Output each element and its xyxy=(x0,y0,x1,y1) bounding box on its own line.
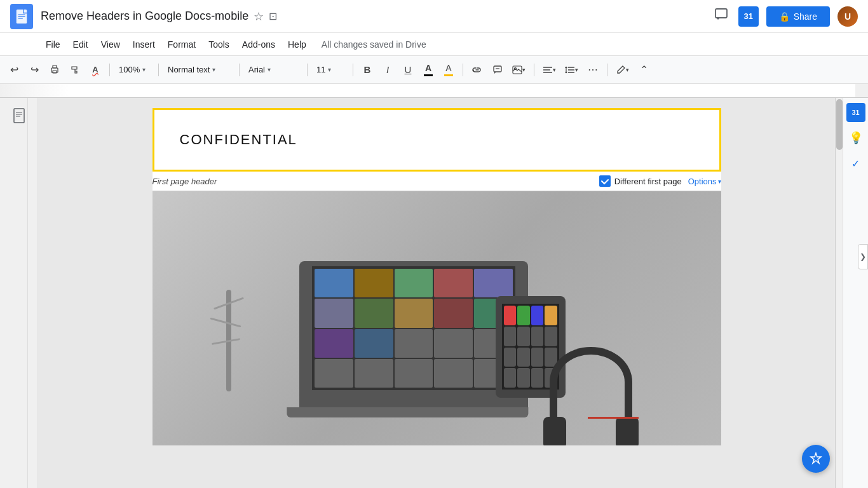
toolbar: ↩ ↪ A 100% ▾ Normal text ▾ Arial ▾ 11 ▾ … xyxy=(0,56,868,84)
link-button[interactable] xyxy=(468,60,486,79)
menu-addons[interactable]: Add-ons xyxy=(237,37,280,52)
options-arrow: ▾ xyxy=(718,178,721,185)
main-area: CONFIDENTIAL First page header Different… xyxy=(0,98,868,488)
toolbar-separator-8 xyxy=(607,64,607,76)
ruler xyxy=(0,84,868,98)
title-bar-right: 31 🔒 Share U xyxy=(712,5,858,28)
header-text[interactable]: CONFIDENTIAL xyxy=(180,132,297,148)
paint-format-button[interactable] xyxy=(66,60,84,79)
print-button[interactable] xyxy=(46,60,64,79)
menu-edit[interactable]: Edit xyxy=(68,37,93,52)
different-first-page-label: Different first page xyxy=(614,177,682,186)
comment-button[interactable] xyxy=(712,5,731,28)
font-size-value: 11 xyxy=(316,65,325,74)
tasks-icon[interactable]: ✓ xyxy=(846,154,865,173)
align-button[interactable]: ▾ xyxy=(539,60,559,79)
doc-icon xyxy=(10,4,33,29)
zoom-arrow: ▾ xyxy=(142,66,146,73)
style-arrow: ▾ xyxy=(212,66,215,73)
text-color-button[interactable]: A xyxy=(419,60,437,79)
calendar-icon[interactable]: 31 xyxy=(738,6,759,27)
share-button[interactable]: 🔒 Share xyxy=(766,6,830,27)
toolbar-separator-4 xyxy=(307,64,308,76)
text-style-select[interactable]: Normal text ▾ xyxy=(164,62,234,77)
zoom-value: 100% xyxy=(119,65,140,74)
zoom-select[interactable]: 100% ▾ xyxy=(115,62,153,77)
scrollbar-thumb[interactable] xyxy=(836,99,843,150)
toolbar-separator-5 xyxy=(353,64,353,76)
doc-image xyxy=(153,191,721,445)
laptop-base xyxy=(287,407,528,417)
svg-rect-7 xyxy=(53,71,57,73)
insert-image-button[interactable]: ▾ xyxy=(509,60,529,79)
toolbar-separator-2 xyxy=(158,64,159,76)
text-style-value: Normal text xyxy=(168,65,210,74)
svg-rect-6 xyxy=(53,65,57,68)
highlight-indicator xyxy=(444,74,453,76)
chevron-up-button[interactable]: ⌃ xyxy=(635,60,653,79)
toolbar-separator-7 xyxy=(534,64,534,76)
highlight-button[interactable]: A xyxy=(440,60,458,79)
headphone-cup-left xyxy=(543,417,566,445)
pen-edit-button[interactable]: ▾ xyxy=(613,60,632,79)
menu-file[interactable]: File xyxy=(41,37,65,52)
ruler-tick-area xyxy=(69,84,855,98)
right-sidebar: 31 💡 ✓ xyxy=(843,98,868,488)
expand-panel-arrow[interactable]: ❯ xyxy=(858,244,868,269)
doc-body xyxy=(153,191,721,445)
add-comment-button[interactable] xyxy=(489,60,506,79)
more-options-button[interactable]: ⋯ xyxy=(584,60,602,79)
page-layout-icon[interactable] xyxy=(13,108,25,126)
scrollbar-track[interactable] xyxy=(835,98,843,488)
share-label: Share xyxy=(794,11,817,22)
laptop-screen xyxy=(312,266,515,390)
header-options-area: Different first page Options ▾ xyxy=(599,175,721,187)
headphone-cable xyxy=(588,417,639,419)
menu-format[interactable]: Format xyxy=(163,37,201,52)
doc-area[interactable]: CONFIDENTIAL First page header Different… xyxy=(38,98,835,488)
laptop-shape xyxy=(299,261,528,407)
calendar-sidebar-icon[interactable]: 31 xyxy=(846,103,865,122)
menu-insert[interactable]: Insert xyxy=(128,37,160,52)
ai-assist-fab[interactable] xyxy=(802,445,830,473)
tech-image-sim xyxy=(153,191,721,445)
bold-button[interactable]: B xyxy=(358,60,376,79)
italic-button[interactable]: I xyxy=(379,60,397,79)
menu-view[interactable]: View xyxy=(96,37,125,52)
svg-rect-18 xyxy=(14,109,24,123)
lightbulb-icon[interactable]: 💡 xyxy=(846,128,865,147)
star-icon[interactable]: ☆ xyxy=(254,10,264,24)
headphone-cup-right xyxy=(616,417,639,445)
headphones-shape xyxy=(550,347,632,417)
lock-icon: 🔒 xyxy=(779,11,790,22)
left-margin xyxy=(0,98,38,488)
plant-decoration xyxy=(210,290,248,417)
drive-icon[interactable]: ⊡ xyxy=(269,10,277,22)
first-page-header-label: First page header xyxy=(153,177,217,186)
svg-rect-4 xyxy=(715,9,727,18)
avatar[interactable]: U xyxy=(837,6,858,27)
options-label: Options xyxy=(688,177,717,186)
different-first-page-checkbox[interactable]: Different first page xyxy=(599,175,682,187)
font-arrow: ▾ xyxy=(268,66,271,73)
header-section[interactable]: CONFIDENTIAL xyxy=(153,108,721,172)
redo-button[interactable]: ↪ xyxy=(25,60,43,79)
undo-button[interactable]: ↩ xyxy=(5,60,23,79)
line-spacing-button[interactable]: ▾ xyxy=(562,60,581,79)
font-size-select[interactable]: 11 ▾ xyxy=(313,62,348,77)
menu-tools[interactable]: Tools xyxy=(203,37,234,52)
font-select[interactable]: Arial ▾ xyxy=(245,62,302,77)
title-area: Remove Headers in Google Docs-mobile ☆ ⊡ xyxy=(41,10,712,24)
spellcheck-button[interactable]: A xyxy=(86,60,104,79)
size-arrow: ▾ xyxy=(328,66,331,73)
checkbox-checked[interactable] xyxy=(599,175,611,187)
highlight-a: A xyxy=(445,63,451,73)
options-button[interactable]: Options ▾ xyxy=(688,177,721,186)
image-arrow: ▾ xyxy=(522,67,526,73)
underline-button[interactable]: U xyxy=(399,60,417,79)
text-color-a: A xyxy=(425,63,431,73)
ruler-content xyxy=(0,84,868,97)
doc-title-text[interactable]: Remove Headers in Google Docs-mobile xyxy=(41,10,248,23)
menu-help[interactable]: Help xyxy=(283,37,311,52)
title-bar: Remove Headers in Google Docs-mobile ☆ ⊡… xyxy=(0,0,868,33)
